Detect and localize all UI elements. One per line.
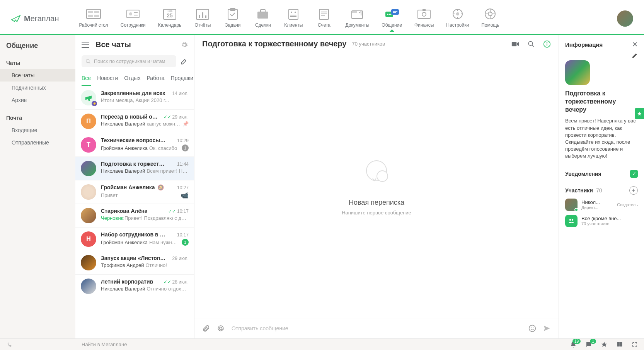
- svg-line-46: [89, 62, 90, 63]
- attach-icon[interactable]: [202, 325, 210, 332]
- star-icon[interactable]: [601, 341, 608, 348]
- favorites-tab[interactable]: ★: [635, 108, 644, 119]
- member-item[interactable]: Никол...Директ... Создатель: [565, 199, 638, 211]
- logo[interactable]: Мегаплан: [11, 14, 59, 23]
- chat-tab[interactable]: Новости: [97, 73, 118, 86]
- nav-item-7[interactable]: Счета: [310, 6, 337, 31]
- svg-rect-4: [94, 15, 99, 17]
- notifications-label: Уведомления: [565, 171, 601, 177]
- svg-rect-30: [352, 11, 357, 13]
- gear-icon[interactable]: [181, 41, 188, 48]
- chat-search[interactable]: [82, 55, 176, 67]
- top-nav: Мегаплан Рабочий столСотрудникиНОЯБ25Кал…: [0, 0, 644, 35]
- search-icon[interactable]: [528, 41, 535, 48]
- svg-rect-13: [199, 15, 200, 18]
- emoji-icon[interactable]: [528, 325, 536, 332]
- chat-item[interactable]: П Переезд в новый офис ✓✓29 июл. Николае…: [75, 110, 194, 133]
- svg-point-55: [220, 327, 222, 330]
- nav-item-3[interactable]: Отчёты: [189, 6, 216, 31]
- chat-avatar: Н: [81, 231, 96, 247]
- nav-item-12[interactable]: Помощь: [477, 6, 504, 31]
- nav-item-10[interactable]: Финансы: [410, 6, 438, 31]
- chat-item[interactable]: Летний корпоратив ✓✓28 июл. Николаев Вал…: [75, 275, 194, 298]
- add-member-button[interactable]: +: [629, 186, 638, 195]
- svg-point-34: [390, 14, 391, 15]
- sidebar-item[interactable]: Отправленные: [0, 136, 75, 149]
- book-icon[interactable]: [616, 341, 623, 348]
- info-title: Информация: [565, 41, 603, 48]
- chat-item[interactable]: Запуск акции «Листопад 20... 29 июл. Тро…: [75, 251, 194, 275]
- expand-icon[interactable]: [632, 342, 638, 348]
- nav-item-6[interactable]: Клиенты: [279, 6, 307, 31]
- svg-rect-1: [88, 11, 93, 13]
- chat-item[interactable]: Н Набор сотрудников в отдел пр... 10:17 …: [75, 228, 194, 251]
- compose-icon[interactable]: [180, 58, 188, 65]
- member-avatar: [565, 199, 578, 211]
- chat-item[interactable]: ⚡ Закрепленные для всех 14 июл. Итоги ме…: [75, 86, 194, 110]
- svg-rect-18: [257, 12, 268, 19]
- nav-item-1[interactable]: Сотрудники: [116, 6, 150, 31]
- nav-item-5[interactable]: Сделки: [249, 6, 276, 31]
- sidebar-item[interactable]: Архив: [0, 94, 75, 106]
- svg-point-22: [295, 12, 296, 13]
- empty-subtitle: Напишите первое сообщение: [342, 210, 411, 216]
- user-avatar[interactable]: [617, 10, 633, 27]
- bell-icon[interactable]: 19: [570, 341, 577, 348]
- close-icon[interactable]: ✕: [632, 40, 638, 49]
- nav-icon: [286, 8, 301, 20]
- sidebar-item[interactable]: Все чаты: [0, 69, 75, 82]
- nav-item-0[interactable]: Рабочий стол: [74, 6, 112, 31]
- edit-icon[interactable]: [632, 53, 638, 59]
- phone-icon[interactable]: [6, 342, 12, 348]
- conversation-subtitle[interactable]: 70 участников: [352, 41, 385, 47]
- nav-label: Сделки: [255, 22, 271, 28]
- chat-item[interactable]: Гройсман Анжелика🔕 10:27 Привет📹: [75, 180, 194, 204]
- nav-item-2[interactable]: НОЯБ25Календарь: [153, 6, 186, 31]
- nav-icon: [86, 8, 101, 20]
- nav-item-4[interactable]: Задачи: [219, 6, 246, 31]
- info-avatar: [565, 60, 590, 85]
- mute-icon: 🔕: [162, 137, 167, 143]
- mention-icon[interactable]: [217, 325, 225, 332]
- bottom-bar: Найти в Мегаплане 19 1: [0, 338, 644, 350]
- chat-avatar: Т: [81, 137, 96, 153]
- info-icon[interactable]: [543, 40, 551, 48]
- menu-icon[interactable]: [82, 42, 89, 48]
- chat-item[interactable]: Старикова Алёна ✓✓10:17 Черновик: Привет…: [75, 204, 194, 228]
- nav-icon: [450, 8, 465, 20]
- svg-rect-37: [393, 12, 396, 13]
- message-input[interactable]: [232, 325, 521, 331]
- bell-badge: 19: [572, 339, 581, 344]
- svg-rect-35: [391, 9, 399, 15]
- svg-rect-5: [127, 10, 139, 18]
- nav-item-11[interactable]: Настройки: [441, 6, 474, 31]
- chat-item[interactable]: Подготовка к торжественном... 11:44 Нико…: [75, 157, 194, 180]
- chat-item[interactable]: Т Технические вопросы🔕 10:29 Гройсман Ан…: [75, 133, 194, 157]
- chat-tab[interactable]: Отдых: [124, 73, 140, 86]
- svg-point-45: [86, 59, 89, 62]
- send-icon[interactable]: [543, 325, 551, 332]
- svg-rect-36: [393, 11, 397, 12]
- chat-avatar: [81, 255, 96, 270]
- nav-label: Рабочий стол: [79, 22, 108, 28]
- chat-search-input[interactable]: [94, 58, 172, 64]
- chat-tab[interactable]: Продажи: [171, 73, 193, 86]
- sidebar-item[interactable]: Входящие: [0, 124, 75, 136]
- chat-avatar: П: [81, 114, 96, 129]
- video-call-icon[interactable]: [511, 41, 519, 47]
- svg-point-58: [533, 328, 534, 328]
- nav-label: Настройки: [446, 22, 469, 28]
- global-search-hint[interactable]: Найти в Мегаплане: [82, 342, 570, 347]
- chat-tab[interactable]: Работа: [147, 73, 164, 86]
- sidebar-item[interactable]: Подчиненных: [0, 82, 75, 94]
- nav-item-9[interactable]: Общение: [377, 6, 407, 31]
- search-icon: [85, 59, 91, 64]
- nav-item-8[interactable]: Документы: [341, 6, 374, 31]
- svg-point-59: [569, 219, 571, 221]
- chat-tab[interactable]: Все: [82, 73, 91, 86]
- notifications-toggle[interactable]: ✓: [630, 170, 638, 178]
- member-item[interactable]: Все (кроме вне...70 участников: [565, 215, 638, 227]
- nav-icon: [384, 8, 400, 20]
- messages-icon[interactable]: 1: [585, 341, 592, 348]
- chat-avatar: [81, 279, 96, 294]
